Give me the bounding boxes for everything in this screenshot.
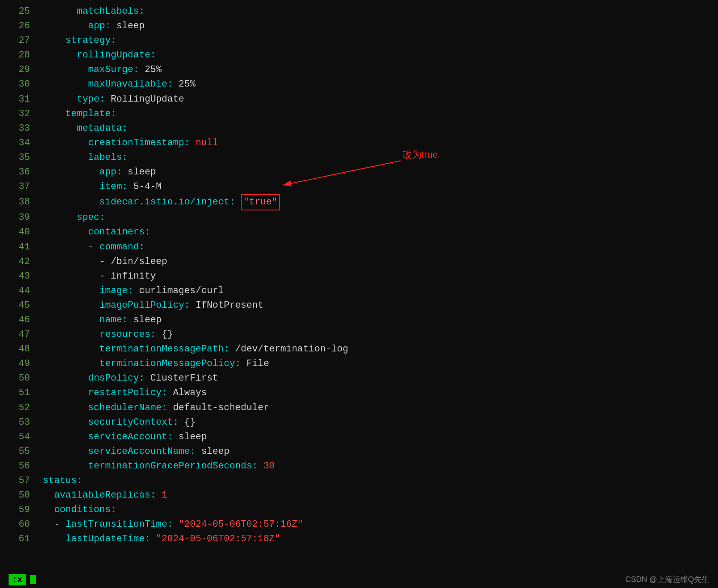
line-number: 56 [9, 459, 30, 474]
line-number: 60 [9, 517, 30, 532]
line-number: 57 [9, 474, 30, 488]
line-content: template: [43, 107, 709, 121]
line-number: 30 [9, 77, 30, 92]
line-number: 47 [9, 327, 30, 342]
line-content: status: [43, 474, 709, 488]
line-number: 34 [9, 136, 30, 150]
line-content: - command: [43, 240, 709, 255]
table-row: 38 sidecar.istio.io/inject: "true" [0, 194, 718, 210]
line-number: 49 [9, 357, 30, 371]
line-content: image: curlimages/curl [43, 284, 709, 298]
line-content: terminationMessagePolicy: File [43, 357, 709, 371]
line-content: app: sleep [43, 165, 709, 180]
line-number: 46 [9, 313, 30, 327]
table-row: 58 availableReplicas: 1 [0, 488, 718, 503]
command-indicator: :x [9, 574, 26, 585]
table-row: 35 labels: [0, 150, 718, 165]
line-content: securityContext: {} [43, 415, 709, 430]
table-row: 48 terminationMessagePath: /dev/terminat… [0, 342, 718, 357]
line-number: 32 [9, 107, 30, 121]
table-row: 34 creationTimestamp: null [0, 136, 718, 150]
line-content: strategy: [43, 33, 709, 48]
line-number: 58 [9, 488, 30, 503]
line-number: 41 [9, 240, 30, 255]
line-number: 29 [9, 63, 30, 77]
table-row: 61 lastUpdateTime: "2024-05-06T02:57:18Z… [0, 532, 718, 546]
line-number: 39 [9, 210, 30, 225]
bottom-bar: :x [0, 571, 718, 588]
table-row: 29 maxSurge: 25% [0, 63, 718, 77]
line-content: restartPolicy: Always [43, 386, 709, 400]
table-row: 56 terminationGracePeriodSeconds: 30 [0, 459, 718, 474]
line-content: labels: [43, 150, 709, 165]
true-value-box: "true" [241, 194, 280, 210]
line-number: 43 [9, 269, 30, 284]
line-number: 37 [9, 180, 30, 194]
line-content: terminationMessagePath: /dev/termination… [43, 342, 709, 357]
table-row: 57 status: [0, 474, 718, 488]
line-number: 27 [9, 33, 30, 48]
table-row: 37 item: 5-4-M [0, 180, 718, 194]
cursor-block [30, 575, 36, 584]
line-number: 48 [9, 342, 30, 357]
table-row: 42 - /bin/sleep [0, 255, 718, 269]
watermark: CSDN @上海运维Q先生 [625, 574, 709, 585]
table-row: 39 spec: [0, 210, 718, 225]
line-number: 25 [9, 4, 30, 19]
table-row: 47 resources: {} [0, 327, 718, 342]
line-number: 53 [9, 415, 30, 430]
line-number: 40 [9, 225, 30, 240]
table-row: 45 imagePullPolicy: IfNotPresent [0, 298, 718, 313]
line-content: app: sleep [43, 19, 709, 33]
line-content: serviceAccountName: sleep [43, 444, 709, 459]
line-content: availableReplicas: 1 [43, 488, 709, 503]
table-row: 25 matchLabels: [0, 4, 718, 19]
line-content: maxUnavailable: 25% [43, 77, 709, 92]
line-number: 52 [9, 401, 30, 415]
line-number: 59 [9, 503, 30, 517]
table-row: 36 app: sleep [0, 165, 718, 180]
table-row: 26 app: sleep [0, 19, 718, 33]
line-content: type: RollingUpdate [43, 92, 709, 107]
table-row: 33 metadata: [0, 121, 718, 136]
line-number: 51 [9, 386, 30, 400]
line-content: creationTimestamp: null [43, 136, 709, 150]
line-content: item: 5-4-M [43, 180, 709, 194]
line-content: resources: {} [43, 327, 709, 342]
line-content: - /bin/sleep [43, 255, 709, 269]
line-content: schedulerName: default-scheduler [43, 401, 709, 415]
line-number: 26 [9, 19, 30, 33]
line-number: 33 [9, 121, 30, 136]
line-content: rollingUpdate: [43, 48, 709, 63]
line-number: 55 [9, 444, 30, 459]
line-content: dnsPolicy: ClusterFirst [43, 371, 709, 386]
table-row: 55 serviceAccountName: sleep [0, 444, 718, 459]
line-content: containers: [43, 225, 709, 240]
line-number: 50 [9, 371, 30, 386]
table-row: 30 maxUnavailable: 25% [0, 77, 718, 92]
table-row: 46 name: sleep [0, 313, 718, 327]
line-content: - infinity [43, 269, 709, 284]
line-number: 31 [9, 92, 30, 107]
line-content: matchLabels: [43, 4, 709, 19]
table-row: 51 restartPolicy: Always [0, 386, 718, 400]
table-row: 28 rollingUpdate: [0, 48, 718, 63]
table-row: 49 terminationMessagePolicy: File [0, 357, 718, 371]
table-row: 43 - infinity [0, 269, 718, 284]
table-row: 59 conditions: [0, 503, 718, 517]
table-row: 32 template: [0, 107, 718, 121]
watermark-text: CSDN @上海运维Q先生 [625, 575, 709, 584]
line-content: imagePullPolicy: IfNotPresent [43, 298, 709, 313]
table-row: 27 strategy: [0, 33, 718, 48]
line-content: conditions: [43, 503, 709, 517]
line-content: serviceAccount: sleep [43, 430, 709, 444]
table-row: 41 - command: [0, 240, 718, 255]
table-row: 31 type: RollingUpdate [0, 92, 718, 107]
line-number: 28 [9, 48, 30, 63]
line-number: 36 [9, 165, 30, 180]
line-number: 35 [9, 150, 30, 165]
table-row: 40 containers: [0, 225, 718, 240]
line-number: 44 [9, 284, 30, 298]
table-row: 60 - lastTransitionTime: "2024-05-06T02:… [0, 517, 718, 532]
line-content: metadata: [43, 121, 709, 136]
